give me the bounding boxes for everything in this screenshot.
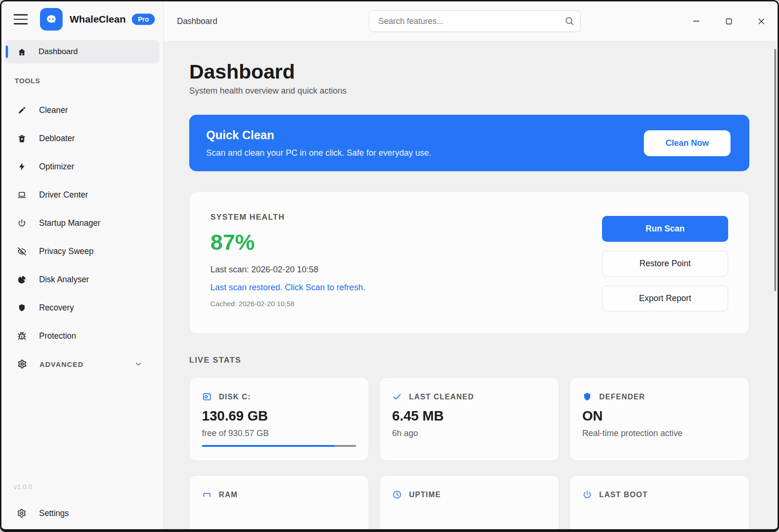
dashboard-content: Dashboard System health overview and qui… bbox=[164, 41, 778, 529]
stat-value: ON bbox=[582, 408, 737, 424]
stat-card-disk-c: DISK C: 130.69 GB free of 930.57 GB bbox=[189, 377, 369, 461]
system-health-label: SYSTEM HEALTH bbox=[210, 213, 365, 222]
close-button[interactable] bbox=[751, 11, 771, 32]
stat-label: LAST CLEANED bbox=[409, 393, 474, 401]
minimize-button[interactable] bbox=[686, 11, 707, 32]
bolt-icon bbox=[17, 162, 26, 171]
export-report-button[interactable]: Export Report bbox=[602, 286, 728, 311]
page-subtitle: System health overview and quick actions bbox=[189, 86, 749, 96]
search-icon[interactable] bbox=[564, 16, 574, 26]
health-actions: Run Scan Restore Point Export Report bbox=[602, 216, 728, 315]
stat-sub: 6h ago bbox=[392, 429, 546, 438]
breadcrumb: Dashboard bbox=[177, 16, 217, 26]
maximize-button[interactable] bbox=[718, 11, 739, 32]
shield-icon bbox=[17, 303, 26, 312]
check-icon bbox=[392, 392, 402, 402]
stat-value: 130.69 GB bbox=[202, 408, 356, 424]
page-title: Dashboard bbox=[189, 60, 749, 83]
sidebar-item-label: Debloater bbox=[39, 134, 75, 143]
shield-icon bbox=[582, 392, 592, 402]
live-stats-grid: DISK C: 130.69 GB free of 930.57 GB LAST… bbox=[189, 377, 749, 529]
chevron-down-icon bbox=[134, 360, 143, 368]
sidebar-item-label: Driver Center bbox=[39, 190, 88, 200]
sidebar-item-debloater[interactable]: Debloater bbox=[1, 124, 163, 152]
sidebar-header: WhaleClean Pro bbox=[1, 1, 163, 35]
power-icon bbox=[582, 490, 592, 500]
hamburger-menu-icon[interactable] bbox=[14, 14, 28, 24]
quick-clean-description: Scan and clean your PC in one click. Saf… bbox=[206, 148, 431, 158]
pie-chart-icon bbox=[17, 275, 26, 284]
clock-icon bbox=[392, 490, 402, 500]
gear-icon bbox=[17, 359, 27, 369]
sidebar-item-label: ADVANCED bbox=[40, 360, 84, 368]
ram-icon bbox=[202, 490, 212, 500]
stat-card-header: LAST BOOT bbox=[582, 490, 737, 500]
stat-card-uptime: UPTIME bbox=[379, 475, 559, 529]
close-icon bbox=[756, 16, 766, 26]
sidebar-item-label: Recovery bbox=[39, 303, 74, 313]
app-title: WhaleClean bbox=[70, 14, 126, 25]
main-column: Dashboard Dashboard Syst bbox=[164, 1, 778, 529]
sidebar-item-optimizer[interactable]: Optimizer bbox=[1, 152, 163, 181]
app-version: v1.0.0 bbox=[14, 483, 163, 491]
stat-label: UPTIME bbox=[409, 491, 441, 499]
minimize-icon bbox=[691, 16, 701, 26]
sidebar-item-startup-manager[interactable]: Startup Manager bbox=[1, 209, 163, 237]
maximize-icon bbox=[724, 17, 733, 26]
sidebar-item-advanced[interactable]: ADVANCED bbox=[1, 350, 163, 378]
sidebar-item-label: Protection bbox=[39, 331, 76, 341]
stat-card-defender: DEFENDER ON Real-time protection active bbox=[570, 377, 749, 461]
drive-icon bbox=[202, 392, 212, 402]
sidebar-item-label: Privacy Sweep bbox=[39, 246, 94, 256]
system-health-info: SYSTEM HEALTH 87% Last scan: 2026-02-20 … bbox=[210, 213, 365, 315]
sidebar-item-settings[interactable]: Settings bbox=[1, 502, 163, 524]
stat-label: DEFENDER bbox=[599, 393, 645, 401]
sidebar-spacer bbox=[1, 378, 163, 483]
stat-card-header: DEFENDER bbox=[582, 392, 737, 402]
vertical-scrollbar-thumb[interactable] bbox=[774, 49, 776, 291]
sidebar-item-label: Settings bbox=[39, 508, 69, 518]
sidebar-item-cleaner[interactable]: Cleaner bbox=[1, 96, 163, 124]
sidebar-item-label: Dashboard bbox=[39, 47, 78, 56]
cached-text: Cached: 2026-02-20 10:58 bbox=[210, 300, 365, 308]
quick-clean-banner: Quick Clean Scan and clean your PC in on… bbox=[189, 115, 749, 171]
quick-clean-text: Quick Clean Scan and clean your PC in on… bbox=[206, 128, 431, 158]
stat-value: 6.45 MB bbox=[392, 408, 546, 424]
stat-sub: Real-time protection active bbox=[582, 429, 737, 438]
restore-point-button[interactable]: Restore Point bbox=[602, 251, 728, 277]
stat-label: DISK C: bbox=[219, 393, 251, 401]
brush-icon bbox=[17, 106, 26, 115]
sidebar-item-label: Startup Manager bbox=[39, 218, 100, 228]
sidebar-item-dashboard[interactable]: Dashboard bbox=[5, 40, 160, 64]
sidebar-item-label: Optimizer bbox=[39, 162, 74, 172]
window-controls bbox=[686, 11, 771, 32]
scan-status-text: Last scan restored. Click Scan to refres… bbox=[210, 283, 365, 293]
clean-now-button[interactable]: Clean Now bbox=[644, 130, 731, 156]
app-window: WhaleClean Pro Dashboard TOOLS Cleaner bbox=[0, 0, 779, 532]
stat-card-ram: RAM bbox=[189, 475, 369, 529]
gear-icon bbox=[17, 508, 26, 518]
stat-card-header: RAM bbox=[202, 490, 356, 500]
search-input[interactable] bbox=[369, 10, 581, 32]
whale-icon bbox=[43, 11, 59, 27]
home-icon bbox=[17, 48, 26, 56]
stat-label: LAST BOOT bbox=[599, 491, 648, 499]
stat-label: RAM bbox=[219, 491, 238, 499]
disk-usage-progress-fill bbox=[202, 445, 335, 447]
sidebar-item-label: Disk Analyser bbox=[39, 275, 89, 285]
sidebar-item-disk-analyser[interactable]: Disk Analyser bbox=[1, 265, 163, 294]
bug-icon bbox=[17, 332, 26, 341]
sidebar-item-privacy-sweep[interactable]: Privacy Sweep bbox=[1, 237, 163, 265]
run-scan-button[interactable]: Run Scan bbox=[602, 216, 728, 242]
stat-card-header: DISK C: bbox=[202, 392, 356, 402]
sidebar-item-driver-center[interactable]: Driver Center bbox=[1, 181, 163, 209]
stat-sub: free of 930.57 GB bbox=[202, 429, 356, 438]
sidebar: WhaleClean Pro Dashboard TOOLS Cleaner bbox=[1, 1, 164, 529]
sidebar-nav: Cleaner Debloater Optimizer bbox=[1, 87, 163, 350]
app-logo bbox=[40, 8, 63, 31]
pro-badge: Pro bbox=[132, 14, 155, 25]
laptop-icon bbox=[17, 191, 26, 199]
sidebar-item-recovery[interactable]: Recovery bbox=[1, 294, 163, 322]
sidebar-item-protection[interactable]: Protection bbox=[1, 322, 163, 350]
health-score: 87% bbox=[210, 229, 365, 255]
